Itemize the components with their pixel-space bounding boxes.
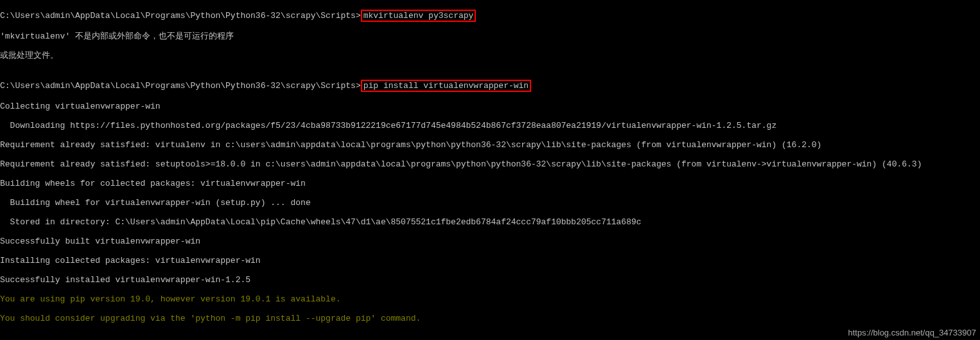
watermark-text: https://blog.csdn.net/qq_34733907	[848, 328, 977, 337]
output-text: Downloading https://files.pythonhosted.o…	[0, 121, 980, 130]
error-text: 'mkvirtualenv' 不是内部或外部命令，也不是可运行的程序	[0, 31, 980, 41]
output-text: Collecting virtualenvwrapper-win	[0, 102, 980, 111]
prompt-path: C:\Users\admin\AppData\Local\Programs\Py…	[0, 81, 361, 91]
output-text: Successfully installed virtualenvwrapper…	[0, 275, 980, 285]
prompt-path: C:\Users\admin\AppData\Local\Programs\Py…	[0, 11, 361, 21]
output-text: Building wheels for collected packages: …	[0, 179, 980, 188]
output-text: Building wheel for virtualenvwrapper-win…	[0, 198, 980, 208]
error-text: 或批处理文件。	[0, 51, 980, 60]
output-text: Stored in directory: C:\Users\admin\AppD…	[0, 217, 980, 227]
output-text: Requirement already satisfied: setuptool…	[0, 159, 980, 169]
highlighted-command: pip install virtualenvwrapper-win	[361, 80, 531, 92]
output-text: Requirement already satisfied: virtualen…	[0, 140, 980, 150]
terminal-output[interactable]: C:\Users\admin\AppData\Local\Programs\Py…	[0, 0, 980, 340]
output-text: Successfully built virtualenvwrapper-win	[0, 237, 980, 246]
warning-text: You should consider upgrading via the 'p…	[0, 314, 980, 323]
output-text: Installing collected packages: virtualen…	[0, 256, 980, 265]
warning-text: You are using pip version 19.0, however …	[0, 294, 980, 304]
highlighted-command: mkvirtualenv py3scrapy	[361, 10, 477, 22]
